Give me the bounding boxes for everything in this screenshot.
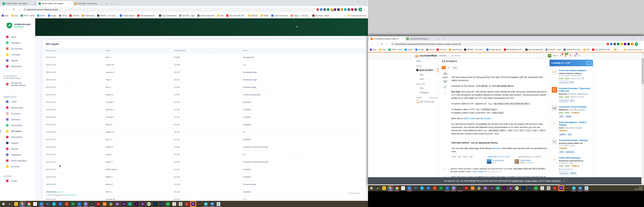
bookmark-item[interactable]: SirExelot <box>248 14 258 17</box>
share-link[interactable]: share <box>451 156 456 158</box>
profile-avatar[interactable]: M <box>358 8 362 11</box>
job-tag[interactable]: css <box>570 99 574 102</box>
tab-close-icon[interactable]: × <box>70 2 72 5</box>
taskbar-icon-file-explorer[interactable]: FE <box>381 185 387 191</box>
taskbar-icon-chat-app[interactable]: 💬 <box>209 201 215 207</box>
sidebar-item-leden[interactable]: Leden <box>0 99 35 105</box>
bookmark-item[interactable]: (16) UNUSUAL ME... <box>592 48 611 51</box>
taskbar-icon-heidisql[interactable]: HS <box>146 201 152 207</box>
upvote-icon[interactable] <box>442 72 448 75</box>
scrollbar-thumb[interactable] <box>642 58 644 84</box>
cookie-policy-link[interactable]: Cookie Policy <box>512 180 524 182</box>
scroll-down-icon[interactable]: ▼ <box>642 183 644 185</box>
job-title-link[interactable]: Laravel and Vue.js Developer <box>559 106 591 108</box>
author-user-card[interactable]: Pavel Hodek 12.4k ●3 ●28 ●37 <box>514 159 534 164</box>
bookmark-item[interactable]: admin.roerveen.nl <box>271 14 288 17</box>
extension-icon[interactable] <box>617 43 620 45</box>
bookmark-item[interactable]: Pay.nl [Dashboard] <box>159 14 176 17</box>
edit-comment-icon[interactable]: ✎ <box>500 170 502 173</box>
bookmark-item[interactable]: SirExelot <box>614 48 618 51</box>
taskbar-icon-openvpn[interactable]: OV <box>564 185 571 191</box>
back-icon[interactable]: ← <box>370 43 374 46</box>
taskbar-icon-edge-beta[interactable] <box>394 185 400 191</box>
job-tag[interactable]: css <box>570 81 574 84</box>
taskbar-icon-slack[interactable]: sl <box>400 185 406 191</box>
minimize-icon[interactable]: – <box>348 0 355 4</box>
taskbar-icon-nzxt-cam[interactable]: NZ <box>558 185 564 191</box>
taskbar-icon-datagrip[interactable]: DG <box>140 201 146 207</box>
sidebar-item-sollicitaties[interactable]: Sollicitaties <box>0 152 35 158</box>
so-search-box[interactable]: Search... <box>450 53 544 58</box>
taskbar-icon-chrome[interactable] <box>387 185 394 191</box>
job-tag[interactable]: html <box>559 150 564 154</box>
taskbar-icon-intellij[interactable]: IJ <box>133 201 140 207</box>
taskbar-icon-perfmon[interactable]: PM <box>546 185 552 191</box>
job-listing[interactable]: ✋Back End Engineer - Retail & CatalogEve… <box>550 120 593 138</box>
taskbar-icon-phpstorm[interactable]: PS <box>488 185 495 191</box>
sidebar-item-online-gebruikers[interactable]: Online gebruikers <box>0 158 35 164</box>
bookmarks-overflow-icon[interactable]: » <box>345 14 346 17</box>
community-user-card[interactable]: Community ♦ 1 ●1 <box>487 159 504 164</box>
job-tag[interactable]: php <box>567 133 572 136</box>
maximize-icon[interactable]: □ <box>355 0 362 4</box>
sidebar-item-documenten[interactable]: Documenten <box>0 122 35 128</box>
bookmark-item[interactable]: SAH <box>217 14 224 17</box>
taskbar-icon-chat-app[interactable]: 💬 <box>577 185 583 191</box>
stack-exchange-icon[interactable]: ▤1 <box>574 54 576 57</box>
page-scrollbar[interactable]: ▲ ▼ <box>642 52 644 185</box>
table-row[interactable]: 2020-12-19Max S.22-999Management <box>42 54 366 61</box>
bookmark-item[interactable]: Twitter <box>37 14 45 17</box>
bookmark-item[interactable]: Apps <box>370 48 376 51</box>
table-row[interactable]: 2020-12-19Ruben B.22-001Hoofd-Geneeskund… <box>42 91 366 98</box>
table-row[interactable]: 2020-12-19Brownie S.22-115Chauffeur <box>42 106 366 114</box>
so-logo[interactable]: stackoverflow <box>415 54 437 57</box>
bookmark-item[interactable]: Zuyd <box>11 14 18 17</box>
edit-link[interactable]: edit <box>458 156 461 158</box>
page-button-next[interactable]: Next <box>451 66 458 69</box>
this-answer-link[interactable]: this answer <box>480 117 491 120</box>
job-tag[interactable]: python <box>559 133 566 136</box>
products-menu[interactable]: Products <box>438 54 448 57</box>
inbox-icon[interactable]: ✉4 <box>560 54 562 57</box>
job-tag[interactable]: php <box>559 115 564 118</box>
taskbar-icon-steam[interactable]: st <box>89 201 95 207</box>
profile-avatar[interactable]: M <box>635 42 638 46</box>
bookmark-item[interactable]: KaasHosting <box>449 48 462 51</box>
achievements-icon[interactable]: 🏆+12 <box>564 54 567 57</box>
extension-icon[interactable] <box>327 8 329 11</box>
taskbar-icon-steam[interactable]: st <box>457 185 463 191</box>
bookmark-item[interactable]: Google Agenda <box>120 14 134 17</box>
minimize-icon[interactable]: – <box>624 36 631 40</box>
edit-history-icon[interactable]: ↺ <box>442 91 449 94</box>
taskbar-icon-nzxt-cam[interactable]: NZ <box>190 201 196 207</box>
job-listing[interactable]: ❯❯Python Web DeveloperRavenPack Internat… <box>550 155 593 176</box>
forward-icon[interactable]: → <box>374 43 379 46</box>
taskbar-icon-perfmon[interactable]: PM <box>178 201 184 207</box>
bookmark-item[interactable]: txAdmin Roerveen <box>197 14 214 17</box>
bookmark-item[interactable]: Het Nederlandse R... <box>504 48 523 51</box>
home-icon[interactable]: ⌂ <box>385 43 390 46</box>
job-listing[interactable]: RENT MANFrontend Developer | Typescript,… <box>550 86 593 104</box>
table-row[interactable]: 2020-12-19Max V.22-102Geneeskundige <box>42 84 366 91</box>
whats-this-link[interactable]: What's this? <box>430 97 438 98</box>
taskbar-icon-slack[interactable]: sl <box>32 201 38 207</box>
mdn-date-link[interactable]: MDN | Date <box>464 117 475 120</box>
nav-stack-overflow[interactable]: Stack Overflow <box>415 68 438 72</box>
chrome-menu-icon[interactable]: ⋮ <box>639 43 642 46</box>
job-title-link[interactable]: Front-end Software Engineer <box>559 69 591 72</box>
sidebar-item-mentorschap[interactable]: Mentorschap <box>0 105 35 110</box>
bookmark-item[interactable]: Apps <box>2 14 8 17</box>
bookmark-item[interactable]: iCloud <box>59 14 67 17</box>
sidebar-item-trainingen[interactable]: Trainingen <box>0 52 35 58</box>
downvote-icon[interactable] <box>442 80 448 84</box>
taskbar-icon-discord[interactable]: D <box>82 201 89 207</box>
extension-icon[interactable] <box>620 43 623 45</box>
bookmark-item[interactable]: iCloud <box>426 48 434 51</box>
taskbar-icon-xampp[interactable]: XP <box>102 201 108 207</box>
nav-tags[interactable]: Tags <box>415 72 438 77</box>
edited-link[interactable]: edited May 23 '17 at 12:34 <box>488 156 510 158</box>
taskbar-icon-pycharm[interactable]: PC <box>127 201 133 207</box>
taskbar-icon-pycharm[interactable]: PC <box>495 185 501 191</box>
job-tag[interactable]: typescript <box>565 150 575 154</box>
taskbar-icon-chrome[interactable] <box>19 201 26 207</box>
